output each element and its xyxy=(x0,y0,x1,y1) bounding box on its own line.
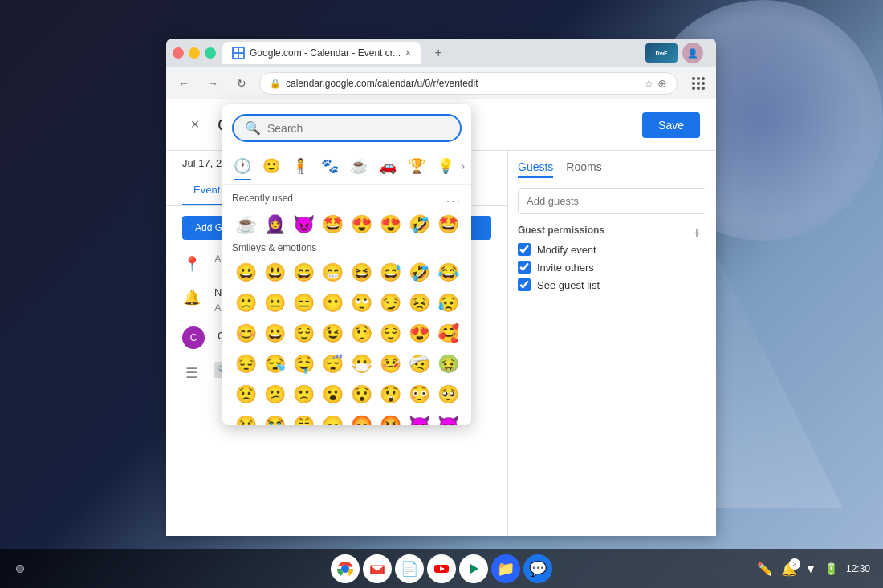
event-close-btn[interactable]: × xyxy=(182,112,208,138)
emoji-drooling[interactable]: 🤤 xyxy=(290,350,317,379)
emoji-nauseated[interactable]: 🤢 xyxy=(434,350,462,379)
category-animals-btn[interactable]: 🐾 xyxy=(316,152,344,180)
category-food-btn[interactable]: ☕ xyxy=(345,152,372,180)
close-window-btn[interactable] xyxy=(173,47,184,59)
category-people-btn[interactable]: 🧍 xyxy=(287,152,314,180)
taskbar-gmail-icon[interactable] xyxy=(363,554,392,583)
emoji-heart-eyes-2[interactable]: 😍 xyxy=(376,210,404,239)
emoji-search-box[interactable]: 🔍 xyxy=(232,114,462,142)
emoji-open-mouth[interactable]: 😮 xyxy=(319,380,346,409)
emoji-sleeping[interactable]: 😴 xyxy=(319,350,346,379)
emoji-starstruck-2[interactable]: 🤩 xyxy=(434,210,462,239)
emoji-steam-nose[interactable]: 😤 xyxy=(290,411,317,425)
tab-close-btn[interactable]: × xyxy=(405,47,411,59)
emoji-imp[interactable]: 👿 xyxy=(434,411,462,425)
extension-icon[interactable]: ⊕ xyxy=(657,77,667,90)
emoji-rofl[interactable]: 🤣 xyxy=(405,210,433,239)
emoji-laughing[interactable]: 😆 xyxy=(348,258,375,287)
taskbar-notification-icon[interactable]: 🔔 2 xyxy=(781,562,797,577)
emoji-downcast[interactable]: 😔 xyxy=(232,350,259,379)
emoji-grinning[interactable]: 😀 xyxy=(232,258,259,287)
emoji-heart-eyes-3[interactable]: 😍 xyxy=(405,319,433,348)
category-objects-btn[interactable]: 💡 xyxy=(432,152,459,180)
emoji-relaxed[interactable]: 😌 xyxy=(290,319,317,348)
address-bar[interactable]: 🔒 calendar.google.com/calendar/u/0/r/eve… xyxy=(259,72,678,95)
emoji-relieved[interactable]: 😥 xyxy=(434,289,462,318)
emoji-flushed[interactable]: 😳 xyxy=(405,380,433,409)
emoji-pensive[interactable]: 😌 xyxy=(376,319,404,348)
emoji-wink[interactable]: 😉 xyxy=(319,319,346,348)
emoji-slightly-frowning-2[interactable]: 🙁 xyxy=(290,380,317,409)
emoji-search-input[interactable] xyxy=(267,122,449,135)
emoji-rolling-eyes[interactable]: 🙄 xyxy=(348,289,375,318)
tab-guests[interactable]: Guests xyxy=(518,160,553,178)
emoji-confused[interactable]: 😕 xyxy=(261,380,288,409)
category-smiley-btn[interactable]: 🙂 xyxy=(258,152,285,180)
add-guests-input[interactable] xyxy=(518,188,706,214)
taskbar-files-icon[interactable]: 📁 xyxy=(491,554,520,583)
emoji-heart-eyes[interactable]: 😍 xyxy=(348,210,375,239)
emoji-smiling-hearts[interactable]: 🥰 xyxy=(434,319,462,348)
category-chevron-btn[interactable]: › xyxy=(461,160,465,172)
emoji-smiling-devil[interactable]: 😈 xyxy=(290,210,317,239)
emoji-masked[interactable]: 😷 xyxy=(348,350,375,379)
emoji-neutral[interactable]: 😐 xyxy=(261,289,288,318)
category-activities-btn[interactable]: 🏆 xyxy=(403,152,430,180)
emoji-crying[interactable]: 😢 xyxy=(232,411,259,425)
invite-others-checkbox[interactable] xyxy=(518,261,531,274)
emoji-astonished[interactable]: 😲 xyxy=(376,380,404,409)
bookmark-icon[interactable]: ☆ xyxy=(644,77,654,90)
maximize-window-btn[interactable] xyxy=(205,47,216,59)
taskbar-chrome-icon[interactable] xyxy=(331,554,360,583)
tab-rooms[interactable]: Rooms xyxy=(566,160,601,178)
emoji-smirking[interactable]: 😏 xyxy=(376,289,404,318)
emoji-rofl-2[interactable]: 🤣 xyxy=(405,258,433,287)
add-permission-btn[interactable]: + xyxy=(687,224,706,243)
emoji-smiling-devil-2[interactable]: 😈 xyxy=(405,411,433,425)
taskbar-play-icon[interactable] xyxy=(459,554,488,583)
emoji-angry[interactable]: 😡 xyxy=(348,411,375,425)
emoji-loudly-crying[interactable]: 😭 xyxy=(261,411,288,425)
modify-event-checkbox[interactable] xyxy=(518,243,531,256)
emoji-joy[interactable]: 😂 xyxy=(434,258,462,287)
nav-forward-btn[interactable]: → xyxy=(201,72,224,95)
see-guest-list-checkbox[interactable] xyxy=(518,278,531,291)
taskbar-messages-icon[interactable]: 💬 xyxy=(523,554,552,583)
emoji-swear[interactable]: 🤬 xyxy=(376,411,404,425)
home-button[interactable] xyxy=(16,565,24,573)
save-event-btn[interactable]: Save xyxy=(642,112,700,138)
emoji-no-mouth[interactable]: 😶 xyxy=(319,289,346,318)
emoji-sweat-smile[interactable]: 😅 xyxy=(376,258,404,287)
emoji-star-struck[interactable]: 🤩 xyxy=(319,210,346,239)
emoji-injured[interactable]: 🤕 xyxy=(405,350,433,379)
google-apps-btn[interactable] xyxy=(687,72,710,95)
emoji-happy[interactable]: 😀 xyxy=(261,319,288,348)
profile-avatar[interactable]: 👤 xyxy=(682,43,703,63)
taskbar-docs-icon[interactable]: 📄 xyxy=(395,554,424,583)
nav-back-btn[interactable]: ← xyxy=(173,72,195,95)
category-travel-btn[interactable]: 🚗 xyxy=(374,152,401,180)
taskbar-wifi-icon[interactable]: ▼ xyxy=(805,562,816,575)
category-recent-btn[interactable]: 🕐 xyxy=(229,152,256,180)
emoji-woman-headscarf[interactable]: 🧕 xyxy=(261,210,288,239)
emoji-coffee[interactable]: ☕ xyxy=(232,210,259,239)
browser-tab[interactable]: Google.com - Calendar - Event cr... × xyxy=(222,42,421,64)
emoji-expressionless[interactable]: 😑 xyxy=(290,289,317,318)
emoji-smile[interactable]: 😄 xyxy=(290,258,317,287)
emoji-persevering[interactable]: 😣 xyxy=(405,289,433,318)
emoji-sick[interactable]: 🤒 xyxy=(376,350,404,379)
emoji-beaming[interactable]: 😁 xyxy=(319,258,346,287)
emoji-worried[interactable]: 😟 xyxy=(232,380,259,409)
taskbar-pen-icon[interactable]: ✏️ xyxy=(757,562,773,577)
emoji-blush[interactable]: 😊 xyxy=(232,319,259,348)
emoji-pleading[interactable]: 🥺 xyxy=(434,380,462,409)
taskbar-youtube-icon[interactable] xyxy=(427,554,456,583)
new-tab-btn[interactable]: + xyxy=(427,42,450,64)
emoji-sleepy[interactable]: 😪 xyxy=(261,350,288,379)
nav-refresh-btn[interactable]: ↻ xyxy=(230,72,253,95)
emoji-smiley[interactable]: 😃 xyxy=(261,258,288,287)
emoji-pouting[interactable]: 😠 xyxy=(319,411,346,425)
emoji-lying[interactable]: 🤥 xyxy=(348,319,375,348)
recently-more-btn[interactable]: ... xyxy=(446,191,462,205)
minimize-window-btn[interactable] xyxy=(189,47,200,59)
